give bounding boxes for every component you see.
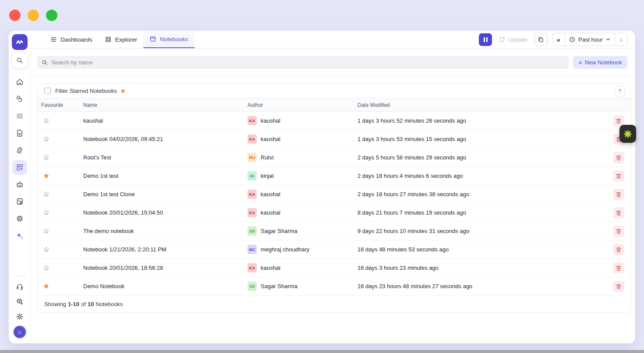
author-avatar: RU xyxy=(248,153,257,162)
table-row[interactable]: ☆ Root's Test RU Rutvi 2 days 5 hours 58… xyxy=(38,148,630,167)
minimize-window-button[interactable] xyxy=(28,10,39,21)
table-row[interactable]: ☆ Notebook 20/01/2026, 15:04:50 KA kaush… xyxy=(38,204,630,222)
delete-notebook-button[interactable] xyxy=(613,281,624,292)
delete-notebook-button[interactable] xyxy=(613,244,624,255)
table-row[interactable]: ☆ Notebook 04/02/2026, 09:45:21 KA kaush… xyxy=(38,130,630,148)
copy-button[interactable] xyxy=(534,33,548,46)
author-name: Sagar Sharma xyxy=(261,283,297,289)
app-logo[interactable] xyxy=(12,34,28,50)
author-cell: KA kaushal xyxy=(248,263,357,272)
favourite-star[interactable]: ☆ xyxy=(41,154,83,161)
maximize-window-button[interactable] xyxy=(46,10,57,21)
time-range-selector[interactable]: Past hour xyxy=(564,33,615,46)
sidebar-divider xyxy=(14,275,25,276)
table-footer: Showing 1-10 of 10 Notebooks xyxy=(38,296,630,312)
notebook-name: Demo 1st test Clone xyxy=(83,191,248,198)
sidebar-item-home[interactable] xyxy=(12,74,27,89)
search-field[interactable] xyxy=(37,56,569,69)
favourite-star[interactable]: ☆ xyxy=(41,117,83,124)
sidebar-item-infrastructure[interactable] xyxy=(12,211,27,226)
table-row[interactable]: ★ Demo Notebook SS Sagar Sharma 16 days … xyxy=(38,277,630,296)
new-notebook-button[interactable]: + New Notebook xyxy=(573,56,627,69)
author-name: kaushal xyxy=(261,136,280,142)
notebooks-tab-icon xyxy=(149,35,156,42)
user-avatar[interactable] xyxy=(14,326,26,338)
tab-explorer[interactable]: Explorer xyxy=(99,31,143,48)
author-name: meghraj choudhary xyxy=(261,246,309,253)
update-button[interactable]: Update xyxy=(496,36,530,43)
help-button[interactable]: ? xyxy=(615,86,625,96)
table-row[interactable]: ☆ Notebook 1/21/2026, 2:20:11 PM MC megh… xyxy=(38,240,630,259)
time-range-prev-button[interactable]: « xyxy=(552,33,564,46)
grid-add-icon xyxy=(16,163,24,171)
table-row[interactable]: ☆ Notebook 20/01/2026, 18:56:28 KA kaush… xyxy=(38,259,630,277)
table-row[interactable]: ★ Demo 1st test KI kinjal 2 days 18 hour… xyxy=(38,167,630,185)
sidebar-item-logs[interactable] xyxy=(12,109,27,124)
tab-dashboards[interactable]: Dashboards xyxy=(44,31,99,48)
table-row[interactable]: ☆ Demo 1st test Clone KA kaushal 2 days … xyxy=(38,185,630,204)
close-window-button[interactable] xyxy=(9,10,21,21)
trash-icon xyxy=(616,191,622,198)
sidebar-item-integrations[interactable] xyxy=(12,294,27,309)
sidebar-item-user-reports[interactable] xyxy=(12,194,27,209)
favourite-star[interactable]: ☆ xyxy=(41,135,83,143)
delete-notebook-button[interactable] xyxy=(613,152,624,163)
author-name: kaushal xyxy=(261,191,280,198)
favourite-star[interactable]: ★ xyxy=(41,172,83,180)
avatar-face-icon xyxy=(16,328,23,335)
date-modified: 2 days 18 hours 4 minutes 6 seconds ago xyxy=(357,173,606,179)
assistant-badge-button[interactable] xyxy=(619,125,636,143)
date-modified: 16 days 3 hours 23 minutes ago xyxy=(357,265,606,271)
user-report-icon xyxy=(16,198,24,205)
sidebar-item-bot[interactable] xyxy=(12,177,27,192)
author-cell: RU Rutvi xyxy=(248,153,357,162)
delete-notebook-button[interactable] xyxy=(613,262,624,274)
delete-notebook-button[interactable] xyxy=(613,189,624,200)
favourite-star[interactable]: ☆ xyxy=(41,227,83,235)
author-avatar: KA xyxy=(248,116,257,125)
sidebar-item-alerts[interactable] xyxy=(12,143,27,158)
author-avatar: MC xyxy=(248,245,257,254)
favourite-star[interactable]: ☆ xyxy=(41,191,83,198)
favourite-star[interactable]: ☆ xyxy=(41,264,83,272)
notebook-name: Notebook 20/01/2026, 15:04:50 xyxy=(83,209,248,216)
sidebar-search-button[interactable] xyxy=(12,53,28,68)
pause-button[interactable] xyxy=(479,33,492,46)
author-cell: KA kaushal xyxy=(248,134,357,144)
filter-starred-checkbox[interactable] xyxy=(44,88,51,94)
tab-notebooks[interactable]: Notebooks xyxy=(143,31,195,48)
date-modified: 1 days 3 hours 52 minutes 26 seconds ago xyxy=(357,117,606,124)
sidebar-item-documents[interactable] xyxy=(12,126,27,141)
trash-icon xyxy=(616,283,622,289)
favourite-star[interactable]: ★ xyxy=(41,282,83,290)
tab-dashboards-label: Dashboards xyxy=(60,36,92,43)
sidebar-item-settings[interactable] xyxy=(12,309,27,324)
table-row[interactable]: ☆ kaushal KA kaushal 1 days 3 hours 52 m… xyxy=(38,112,630,130)
sidebar-item-support[interactable] xyxy=(12,279,27,294)
favourite-star[interactable]: ☆ xyxy=(41,246,83,253)
delete-notebook-button[interactable] xyxy=(613,207,624,219)
column-header-author: Author xyxy=(248,102,357,108)
search-icon xyxy=(42,60,48,66)
author-avatar: KA xyxy=(248,134,257,144)
author-cell: KA kaushal xyxy=(248,116,357,125)
sidebar-item-billing[interactable] xyxy=(12,92,27,106)
footer-showing: Showing xyxy=(44,301,66,307)
time-range-next-button[interactable]: » xyxy=(615,33,627,46)
delete-notebook-button[interactable] xyxy=(613,170,624,182)
sidebar-nav xyxy=(12,74,27,243)
table-row[interactable]: ☆ The demo notebook SS Sagar Sharma 9 da… xyxy=(38,222,630,240)
author-name: Sagar Sharma xyxy=(261,228,297,234)
favourite-star[interactable]: ☆ xyxy=(41,209,83,216)
new-notebook-label: New Notebook xyxy=(585,59,622,66)
ai-sparkle-icon xyxy=(16,232,24,240)
search-input[interactable] xyxy=(51,59,564,66)
delete-notebook-button[interactable] xyxy=(613,226,624,237)
trash-icon xyxy=(616,155,622,161)
chevrons-right-icon: » xyxy=(619,36,623,43)
author-name: kinjal xyxy=(261,173,274,179)
notebook-name: kaushal xyxy=(83,117,248,124)
sidebar-item-ai-assistant[interactable] xyxy=(12,228,27,243)
author-avatar: KI xyxy=(248,171,257,180)
sidebar-item-notebooks-active[interactable] xyxy=(12,160,27,175)
